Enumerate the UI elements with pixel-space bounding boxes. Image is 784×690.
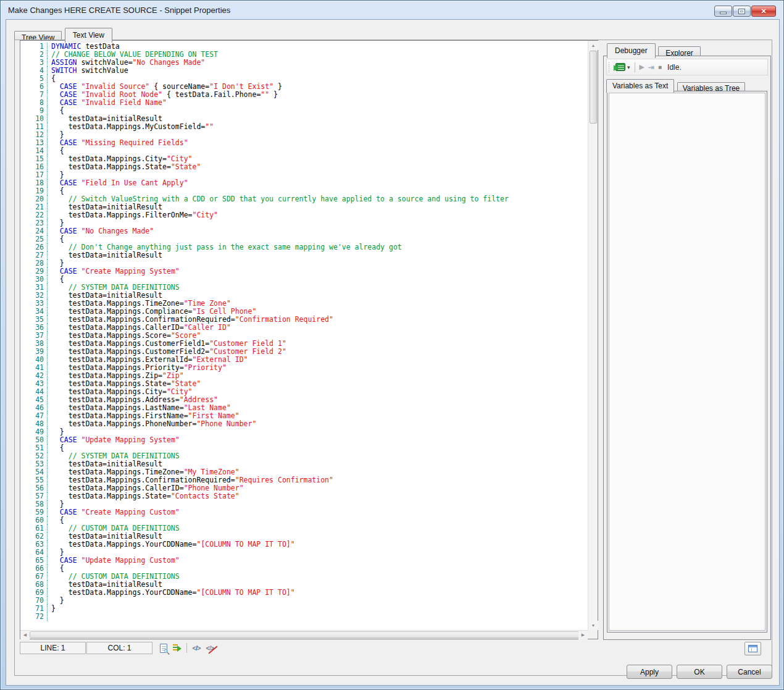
code-text: CASE "Update Mapping Custom" <box>48 557 180 565</box>
code-line[interactable]: 13 CASE "Missing Required Fields" <box>20 139 588 147</box>
code-text: testData.Mappings.PhoneNumber="Phone Num… <box>48 420 256 428</box>
line-number: 72 <box>20 613 48 621</box>
code-text <box>48 613 51 621</box>
maximize-icon <box>738 9 745 14</box>
format-code-button[interactable] <box>170 642 184 654</box>
horizontal-scroll-thumb[interactable] <box>30 631 579 638</box>
code-text: CASE "Field In Use Cant Apply" <box>48 179 188 187</box>
code-text: testData.Mappings.FilterOnMe="City" <box>48 211 218 219</box>
find-in-document-button[interactable] <box>157 642 170 654</box>
tab-debugger[interactable]: Debugger <box>607 43 656 58</box>
close-button[interactable]: ✕ <box>751 6 776 17</box>
scroll-right-button[interactable]: ▶ <box>578 631 588 639</box>
tab-variables-as-text[interactable]: Variables as Text <box>606 79 674 93</box>
code-line[interactable]: 11 testData.Mappings.MyCustomField="" <box>20 123 588 131</box>
tab-text-view[interactable]: Text View <box>65 28 112 43</box>
scroll-left-button[interactable]: ◀ <box>20 631 30 639</box>
debugger-content: ▾ ▶ ⇥ ■ Idle. <box>603 56 771 640</box>
scroll-up-button[interactable]: ▲ <box>588 41 598 50</box>
variables-panel <box>607 91 767 633</box>
cancel-button[interactable]: Cancel <box>727 665 772 679</box>
panel-toggle-icon <box>748 645 757 652</box>
vertical-scrollbar[interactable]: ▲ ▼ <box>588 41 598 630</box>
window-title: Make Changes HERE CREATE SOURCE - Snippe… <box>8 6 230 15</box>
code-text: testData=initialResult <box>48 251 162 259</box>
scroll-right-icon: ▶ <box>582 633 585 637</box>
code-text: } <box>48 605 56 613</box>
scroll-up-icon: ▲ <box>591 43 596 48</box>
code-line[interactable]: 29 CASE "Create Mapping System" <box>20 267 588 276</box>
vertical-scroll-thumb[interactable] <box>590 51 597 124</box>
toolbar-separator <box>635 62 635 72</box>
code-line[interactable]: 65 CASE "Update Mapping Custom" <box>20 557 588 565</box>
code-line[interactable]: 22 testData.Mappings.FilterOnMe="City" <box>20 211 588 219</box>
horizontal-scrollbar[interactable]: ◀ ▶ <box>20 630 588 639</box>
toolbar-grip[interactable] <box>608 62 611 73</box>
code-lines[interactable]: 1DYNAMIC testData2// CHANGE BELOW VALUE … <box>20 41 588 630</box>
code-text: testData.Mappings.YourCDDName="[COLUMN T… <box>48 589 295 597</box>
dialog-body: Tree View Text View 1DYNAMIC testData2//… <box>6 19 780 686</box>
hide-code-tags-button[interactable]: </> <box>203 642 217 654</box>
code-text: testData.Mappings.YourCDDName="[COLUMN T… <box>48 541 295 549</box>
debugger-status-label: Idle. <box>667 63 682 72</box>
run-dropdown-icon[interactable]: ▾ <box>627 64 630 70</box>
play-icon: ▶ <box>640 63 644 71</box>
scroll-down-button[interactable]: ▼ <box>588 621 598 630</box>
run-button[interactable]: ▾ <box>614 61 632 74</box>
continue-button[interactable]: ▶ <box>638 61 646 74</box>
panel-toggle-button[interactable] <box>744 642 761 655</box>
find-document-icon <box>160 644 167 653</box>
code-line[interactable]: 71} <box>20 605 588 613</box>
code-line[interactable]: 8 CASE "Invalid Field Name" <box>20 99 588 107</box>
code-tags-off-icon: </> <box>206 644 214 652</box>
ok-button[interactable]: OK <box>677 665 722 679</box>
editor-status-bar: LINE: 1 COL: 1 </> <box>20 642 598 654</box>
code-line[interactable]: 18 CASE "Field In Use Cant Apply" <box>20 179 588 187</box>
line-indicator: LINE: 1 <box>20 642 86 654</box>
code-line[interactable]: 50 CASE "Update Mapping System" <box>20 436 588 444</box>
text-view-pane: 1DYNAMIC testData2// CHANGE BELOW VALUE … <box>14 40 772 676</box>
code-editor[interactable]: 1DYNAMIC testData2// CHANGE BELOW VALUE … <box>20 40 598 639</box>
stop-icon: ■ <box>658 64 662 70</box>
code-line[interactable]: 48 testData.Mappings.PhoneNumber="Phone … <box>20 420 588 428</box>
minimize-icon <box>720 12 727 14</box>
code-line[interactable]: 27 testData=initialResult <box>20 251 588 259</box>
code-line[interactable]: 57 testData.Mappings.State="Contacts Sta… <box>20 492 588 500</box>
code-line[interactable]: 63 testData.Mappings.YourCDDName="[COLUM… <box>20 541 588 549</box>
code-line[interactable]: 16 testData.Mappings.State="State" <box>20 163 588 171</box>
format-code-icon <box>173 644 181 652</box>
step-into-button[interactable]: ⇥ <box>646 61 656 74</box>
scrollbar-corner <box>588 630 598 639</box>
code-line[interactable]: 59 CASE "Create Mapping Custom" <box>20 508 588 516</box>
minimize-button[interactable] <box>714 6 732 17</box>
code-text: testData.Mappings.MyCustomField="" <box>48 123 214 131</box>
step-into-icon: ⇥ <box>648 63 654 72</box>
code-line[interactable]: 72 <box>20 613 588 621</box>
debugger-toolbar: ▾ ▶ ⇥ ■ Idle. <box>606 59 768 75</box>
title-bar[interactable]: Make Changes HERE CREATE SOURCE - Snippe… <box>1 1 783 19</box>
snippet-properties-window: Make Changes HERE CREATE SOURCE - Snippe… <box>0 0 784 690</box>
variables-panel-content[interactable] <box>609 93 765 631</box>
code-text: testData.Mappings.State="Contacts State" <box>48 492 240 500</box>
code-line[interactable]: 24 CASE "No Changes Made" <box>20 227 588 235</box>
scroll-down-icon: ▼ <box>591 623 596 628</box>
view-tabs: Tree View Text View <box>14 28 112 40</box>
code-line[interactable]: 4SWITCH switchValue <box>20 67 588 75</box>
code-text: CASE "Create Mapping System" <box>48 267 180 276</box>
debugger-panel: Debugger Explorer ▾ ▶ <box>603 43 771 640</box>
code-text: CASE "Create Mapping Custom" <box>48 508 180 516</box>
run-icon <box>615 63 625 71</box>
show-code-tags-button[interactable]: </> <box>190 642 203 654</box>
scroll-left-icon: ◀ <box>23 633 27 637</box>
code-text: } <box>48 597 64 605</box>
code-line[interactable]: 69 testData.Mappings.YourCDDName="[COLUM… <box>20 589 588 597</box>
code-line[interactable]: 70 } <box>20 597 588 605</box>
code-text: CASE "Missing Required Fields" <box>48 139 188 147</box>
stop-button[interactable]: ■ <box>656 61 664 74</box>
maximize-button[interactable] <box>733 6 751 17</box>
code-text: CASE "Invalid Field Name" <box>48 99 167 107</box>
column-indicator: COL: 1 <box>86 642 152 654</box>
code-text: SWITCH switchValue <box>48 67 128 75</box>
code-text: testData.Mappings.State="State" <box>48 163 201 171</box>
apply-button[interactable]: Apply <box>627 665 672 679</box>
